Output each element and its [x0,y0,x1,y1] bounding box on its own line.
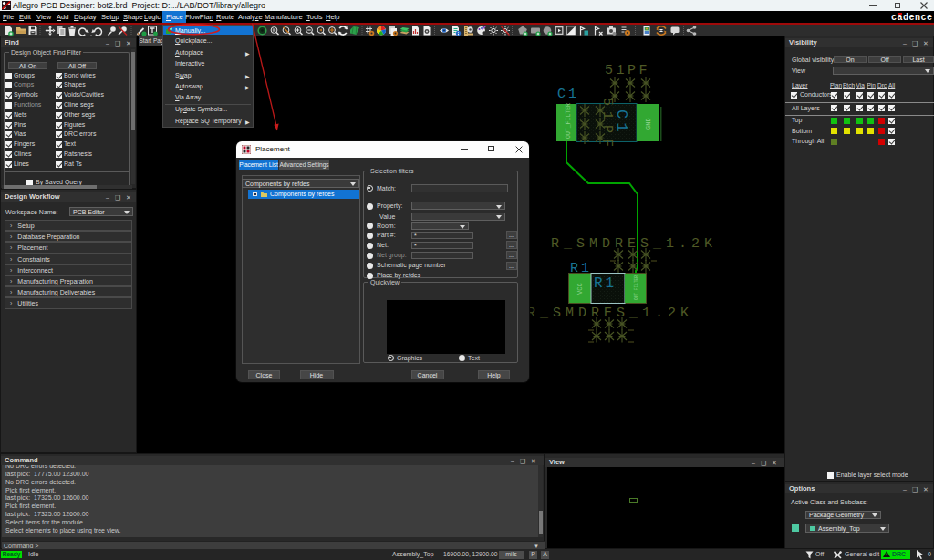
svg-text:C1: C1 [613,109,630,135]
svg-text:51PF: 51PF [599,98,615,152]
svg-text:R_SMDRES_1.2K: R_SMDRES_1.2K [551,236,717,252]
svg-text:GND: GND [645,118,652,130]
svg-text:R1: R1 [594,275,617,292]
svg-text:R_SMDRES_1.2K: R_SMDRES_1.2K [527,306,693,321]
svg-text:C1: C1 [557,87,579,102]
svg-text:51PF: 51PF [605,63,650,78]
svg-text:OUT_FILTER: OUT_FILTER [566,103,572,139]
svg-text:OUT_FILTER: OUT_FILTER [634,275,638,300]
svg-text:VCC: VCC [576,283,584,295]
